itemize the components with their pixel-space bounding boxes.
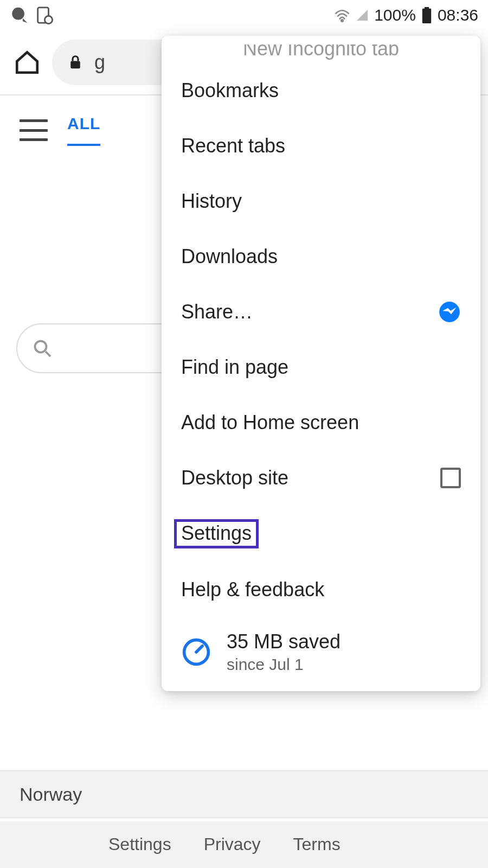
svg-line-8 xyxy=(46,352,50,356)
footer-links: Settings Privacy Terms xyxy=(0,821,488,868)
menu-item-help-feedback[interactable]: Help & feedback xyxy=(162,562,480,617)
footer-settings[interactable]: Settings xyxy=(108,834,171,855)
wifi-icon xyxy=(334,8,350,22)
messenger-notification-icon xyxy=(10,6,28,24)
footer-privacy[interactable]: Privacy xyxy=(204,834,261,855)
desktop-site-checkbox[interactable] xyxy=(440,468,461,488)
menu-label: Help & feedback xyxy=(181,578,324,601)
svg-rect-5 xyxy=(425,7,429,9)
menu-label: History xyxy=(181,190,242,213)
menu-label: Downloads xyxy=(181,245,278,268)
data-saved-since: since Jul 1 xyxy=(227,655,341,674)
svg-point-7 xyxy=(35,341,47,353)
menu-label: Bookmarks xyxy=(181,79,279,102)
gauge-icon xyxy=(181,637,211,667)
battery-icon xyxy=(421,7,432,23)
signal-icon xyxy=(356,8,369,22)
menu-item-settings[interactable]: Settings xyxy=(162,506,480,562)
battery-percentage: 100% xyxy=(374,6,416,24)
messenger-icon xyxy=(438,301,461,323)
location-country: Norway xyxy=(20,784,82,805)
svg-point-3 xyxy=(341,20,343,22)
menu-item-find-in-page[interactable]: Find in page xyxy=(162,340,480,395)
home-button[interactable] xyxy=(13,48,41,76)
menu-label: Recent tabs xyxy=(181,135,285,157)
status-left xyxy=(10,6,53,24)
tab-all[interactable]: ALL xyxy=(67,114,100,146)
url-text: g xyxy=(94,51,105,74)
menu-item-data-saver[interactable]: 35 MB saved since Jul 1 xyxy=(162,617,480,678)
sync-icon xyxy=(35,6,53,24)
menu-item-downloads[interactable]: Downloads xyxy=(162,229,480,284)
menu-item-new-incognito-cut[interactable]: New Incognito tab xyxy=(162,44,480,63)
svg-line-11 xyxy=(196,646,202,652)
svg-rect-4 xyxy=(422,9,431,23)
svg-point-2 xyxy=(44,16,52,23)
overflow-menu: New Incognito tab Bookmarks Recent tabs … xyxy=(162,36,480,691)
menu-item-bookmarks[interactable]: Bookmarks xyxy=(162,63,480,118)
home-icon xyxy=(14,49,41,76)
clock-time: 08:36 xyxy=(438,6,478,24)
menu-item-history[interactable]: History xyxy=(162,174,480,229)
menu-item-desktop-site[interactable]: Desktop site xyxy=(162,450,480,506)
search-icon xyxy=(33,339,52,358)
lock-icon xyxy=(67,54,84,71)
menu-item-recent-tabs[interactable]: Recent tabs xyxy=(162,118,480,174)
menu-label-highlighted: Settings xyxy=(174,519,259,548)
menu-item-share[interactable]: Share… xyxy=(162,284,480,340)
menu-label: Find in page xyxy=(181,356,288,379)
status-bar: 100% 08:36 xyxy=(0,0,488,30)
footer-terms[interactable]: Terms xyxy=(293,834,341,855)
menu-label: Add to Home screen xyxy=(181,411,359,434)
menu-label: Share… xyxy=(181,301,253,323)
menu-label: Desktop site xyxy=(181,467,288,489)
data-saved-amount: 35 MB saved xyxy=(227,630,341,653)
status-right: 100% 08:36 xyxy=(334,6,478,24)
svg-rect-6 xyxy=(70,61,80,69)
hamburger-button[interactable] xyxy=(20,119,48,141)
location-bar: Norway xyxy=(0,770,488,818)
menu-item-add-to-home[interactable]: Add to Home screen xyxy=(162,395,480,450)
svg-point-0 xyxy=(12,8,24,20)
